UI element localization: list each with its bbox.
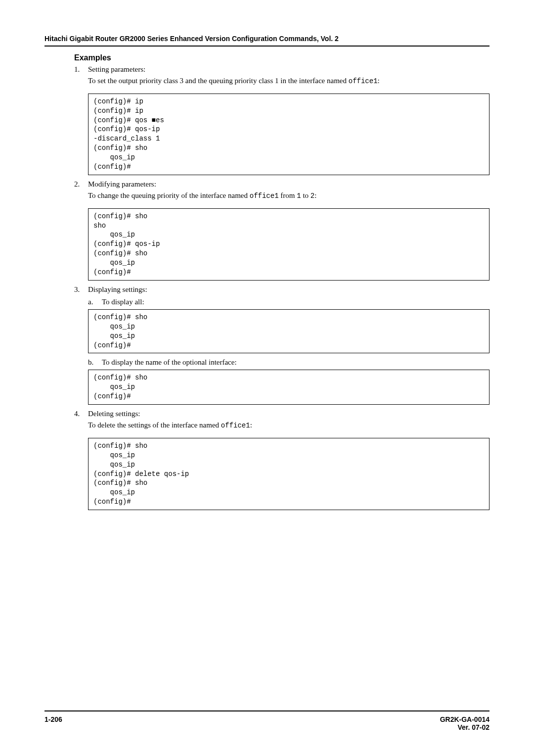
desc-text: To delete the settings of the interface …: [88, 421, 221, 429]
page-footer: 1-206 GR2K-GA-0014 Ver. 07-02: [44, 710, 490, 731]
desc-text: :: [378, 77, 380, 85]
desc-text: To change the queuing priority of the in…: [88, 191, 250, 199]
sub-item-3b: b. To display the name of the optional i…: [88, 358, 490, 367]
code-block-3b: (config)# sho qos_ip (config)#: [88, 370, 490, 405]
sub-letter: a.: [88, 298, 102, 306]
sub-text: To display all:: [102, 298, 144, 306]
desc-code: office1: [349, 77, 378, 85]
examples-heading: Examples: [74, 53, 490, 62]
header-title: Hitachi Gigabit Router GR2000 Series Enh…: [44, 35, 490, 47]
sub-text: To display the name of the optional inte…: [102, 358, 237, 367]
item-title: Modifying parameters:: [88, 180, 490, 189]
desc-code: 1: [297, 192, 301, 200]
item-description: To delete the settings of the interface …: [88, 420, 490, 431]
desc-text: to: [301, 191, 311, 199]
desc-text: To set the output priority class 3 and t…: [88, 77, 349, 85]
example-item-3: 3. Displaying settings:: [74, 285, 490, 296]
item-title: Setting parameters:: [88, 65, 490, 74]
desc-text: from: [279, 191, 297, 199]
code-block-2: (config)# sho sho qos_ip (config)# qos-i…: [88, 208, 490, 281]
example-item-2: 2. Modifying parameters: To change the q…: [74, 180, 490, 206]
item-description: To change the queuing priority of the in…: [88, 190, 490, 201]
item-body: Modifying parameters: To change the queu…: [88, 180, 490, 206]
item-title: Displaying settings:: [88, 285, 490, 294]
desc-text: :: [314, 191, 316, 199]
desc-code: office1: [250, 192, 279, 200]
sub-letter: b.: [88, 358, 102, 367]
desc-code: office1: [221, 422, 250, 429]
item-number: 1.: [74, 65, 88, 92]
desc-code: 2: [311, 192, 314, 200]
example-item-4: 4. Deleting settings: To delete the sett…: [74, 410, 490, 436]
sub-item-3a: a. To display all:: [88, 298, 490, 306]
item-description: To set the output priority class 3 and t…: [88, 76, 490, 87]
content-area: Examples 1. Setting parameters: To set t…: [44, 53, 490, 510]
item-number: 2.: [74, 180, 88, 206]
item-number: 4.: [74, 410, 88, 436]
item-body: Setting parameters: To set the output pr…: [88, 65, 490, 92]
item-body: Displaying settings:: [88, 285, 490, 296]
item-title: Deleting settings:: [88, 410, 490, 418]
code-block-3a: (config)# sho qos_ip qos_ip (config)#: [88, 309, 490, 354]
footer-right: GR2K-GA-0014 Ver. 07-02: [440, 715, 490, 731]
footer-doc-id: GR2K-GA-0014: [440, 715, 490, 723]
code-block-1: (config)# ip (config)# ip (config)# qos …: [88, 94, 490, 175]
desc-text: :: [250, 421, 252, 429]
footer-page-number: 1-206: [44, 715, 62, 731]
code-block-4: (config)# sho qos_ip qos_ip (config)# de…: [88, 438, 490, 510]
footer-version: Ver. 07-02: [440, 723, 490, 731]
item-number: 3.: [74, 285, 88, 296]
item-body: Deleting settings: To delete the setting…: [88, 410, 490, 436]
example-item-1: 1. Setting parameters: To set the output…: [74, 65, 490, 92]
